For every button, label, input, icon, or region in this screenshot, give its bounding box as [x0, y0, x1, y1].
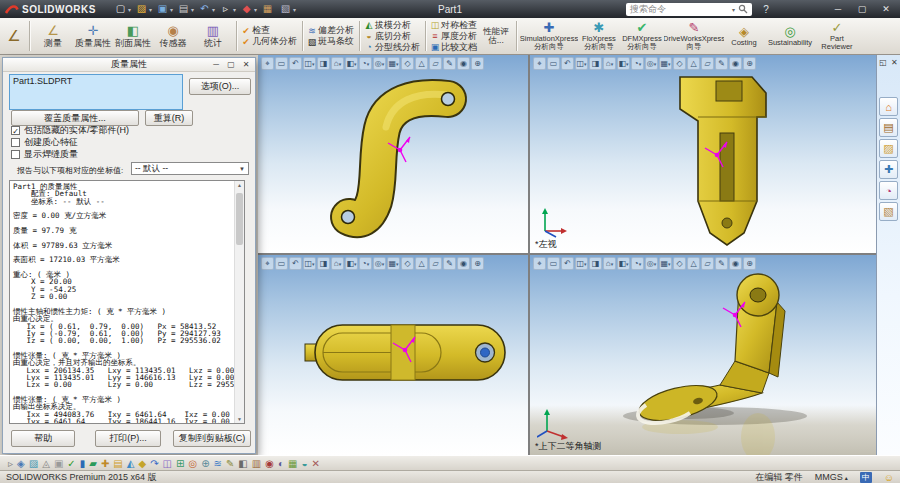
viewport-dimetric[interactable]: ⌖ ▭ ↶: [530, 255, 876, 455]
hud-button[interactable]: ◇: [401, 257, 414, 270]
hud-button[interactable]: ↶: [289, 257, 302, 270]
view-toolbar-button[interactable]: ◈: [17, 458, 25, 469]
quick-access-button[interactable]: ↶ ▾: [198, 3, 215, 15]
quick-tips-icon[interactable]: ☺: [884, 472, 894, 483]
view-toolbar-button[interactable]: ◎: [188, 458, 197, 469]
hud-button[interactable]: ◨: [589, 57, 602, 70]
search-scope-caret-icon[interactable]: ▾: [732, 6, 735, 13]
view-toolbar-button[interactable]: ▣: [54, 458, 63, 469]
hud-button[interactable]: ▭: [547, 257, 560, 270]
hud-button[interactable]: ◨: [317, 57, 330, 70]
hud-button[interactable]: ▦ ▾: [659, 257, 672, 270]
maximize-button[interactable]: ▢: [850, 1, 874, 17]
task-pane-tab[interactable]: ▧: [879, 202, 898, 221]
scroll-down-icon[interactable]: ▼: [235, 415, 244, 423]
hud-button[interactable]: ▱: [701, 57, 714, 70]
input-method-icon[interactable]: 中: [860, 472, 872, 483]
xpress-button[interactable]: ✚ SimulationXpress 分析向导: [520, 18, 578, 54]
xpress-button[interactable]: ✔ DFMXpress 分析向导: [620, 18, 664, 54]
unit-system-selector[interactable]: MMGS ▴: [815, 472, 848, 482]
view-toolbar-button[interactable]: ◉: [265, 458, 274, 469]
hud-button[interactable]: ✎: [715, 57, 728, 70]
view-toolbar-button[interactable]: ▦: [288, 458, 297, 469]
xpress-button[interactable]: ◈ Costing: [724, 18, 764, 54]
hud-button[interactable]: ↶: [289, 57, 302, 70]
quick-access-button[interactable]: ▦: [261, 3, 275, 15]
hud-button[interactable]: ◨: [589, 257, 602, 270]
view-toolbar-button[interactable]: ▮: [80, 458, 86, 469]
hud-button[interactable]: ◉: [457, 257, 470, 270]
quick-access-button[interactable]: ▣ ▾: [156, 3, 173, 15]
viewport-left[interactable]: ⌖ ▭ ↶: [530, 55, 876, 253]
view-toolbar-button[interactable]: ↷: [150, 458, 158, 469]
view-toolbar-button[interactable]: ◬: [42, 458, 50, 469]
hud-button[interactable]: ◇: [673, 257, 686, 270]
quick-access-button[interactable]: ▧ ▾: [279, 3, 296, 15]
hud-button[interactable]: ◇: [401, 57, 414, 70]
hud-button[interactable]: ⌂ ▾: [603, 257, 616, 270]
print-button[interactable]: 打印(P)...: [95, 430, 161, 447]
command-button[interactable]: ▣ 比较文档: [429, 42, 479, 53]
hud-button[interactable]: ⌂ ▾: [331, 57, 344, 70]
dialog-minimize-button[interactable]: ─: [209, 59, 223, 70]
hud-button[interactable]: ◫ ▾: [303, 57, 316, 70]
hud-button[interactable]: ⌖: [533, 257, 546, 270]
hud-button[interactable]: ⌂ ▾: [603, 57, 616, 70]
checkbox[interactable]: [11, 150, 20, 159]
restore-document-button[interactable]: ◱: [879, 58, 887, 67]
command-button[interactable]: ✛ 质量属性: [73, 18, 113, 54]
hud-button[interactable]: △: [415, 257, 428, 270]
hud-button[interactable]: △: [415, 57, 428, 70]
evaluate-anchor-icon[interactable]: ∠: [2, 18, 26, 54]
hud-button[interactable]: ▱: [701, 257, 714, 270]
hud-button[interactable]: ⊕: [743, 257, 756, 270]
view-toolbar-button[interactable]: ⊕: [201, 458, 209, 469]
hud-button[interactable]: △: [687, 57, 700, 70]
hud-button[interactable]: ◎ ▾: [373, 257, 386, 270]
view-toolbar-button[interactable]: ◒: [301, 458, 307, 469]
hud-button[interactable]: ◎ ▾: [645, 257, 658, 270]
hud-button[interactable]: ◫ ▾: [575, 257, 588, 270]
close-button[interactable]: ✕: [874, 1, 898, 17]
checkbox-row[interactable]: 创建质心特征: [11, 136, 129, 148]
hud-button[interactable]: ◧ ▾: [617, 57, 630, 70]
hud-button[interactable]: △: [687, 257, 700, 270]
hud-button[interactable]: ◔ ▾: [631, 57, 644, 70]
performance-evaluation-button[interactable]: 性能评估...: [479, 18, 513, 54]
hud-button[interactable]: ▭: [547, 57, 560, 70]
quick-access-button[interactable]: ▤ ▾: [177, 3, 194, 15]
view-toolbar-button[interactable]: ▹: [8, 458, 13, 469]
command-search-input[interactable]: 搜索命令 ▾: [626, 3, 752, 16]
hud-button[interactable]: ▱: [429, 57, 442, 70]
search-icon[interactable]: [738, 4, 748, 14]
recalculate-button[interactable]: 重算(R): [145, 110, 193, 126]
command-button[interactable]: ◧ 剖面属性: [113, 18, 153, 54]
hud-button[interactable]: ▭: [275, 257, 288, 270]
help-button[interactable]: ?: [758, 4, 774, 15]
view-toolbar-button[interactable]: ▰: [89, 458, 97, 469]
hud-button[interactable]: ⌖: [261, 257, 274, 270]
hud-button[interactable]: ◉: [457, 57, 470, 70]
task-pane-tab[interactable]: ✚: [879, 160, 898, 179]
view-toolbar-button[interactable]: ▨: [29, 458, 38, 469]
hud-button[interactable]: ✎: [715, 257, 728, 270]
view-toolbar-button[interactable]: ≋: [214, 458, 222, 469]
hud-button[interactable]: ⌂ ▾: [331, 257, 344, 270]
task-pane-tab[interactable]: ▤: [879, 118, 898, 137]
command-button[interactable]: ▥ 统计: [193, 18, 233, 54]
viewport-top[interactable]: ⌖ ▭ ↶: [258, 255, 528, 455]
hud-button[interactable]: ◨: [317, 257, 330, 270]
dialog-restore-button[interactable]: ▢: [224, 59, 238, 70]
hud-button[interactable]: ⊕: [471, 257, 484, 270]
checkbox-row[interactable]: ✓ 包括隐藏的实体/零部件(H): [11, 124, 129, 136]
xpress-button[interactable]: ✱ FloXpress 分析向导: [578, 18, 620, 54]
minimize-button[interactable]: ─: [826, 1, 850, 17]
view-toolbar-button[interactable]: ◐: [278, 458, 284, 469]
quick-access-button[interactable]: ▢ ▾: [114, 3, 131, 15]
view-toolbar-button[interactable]: ✕: [312, 458, 320, 469]
view-toolbar-button[interactable]: ▥: [252, 458, 261, 469]
coordinate-system-dropdown[interactable]: -- 默认 -- ▼: [131, 162, 249, 175]
close-document-button[interactable]: ✕: [891, 58, 898, 67]
checkbox[interactable]: [11, 138, 20, 147]
command-button[interactable]: ◉ 传感器: [153, 18, 193, 54]
